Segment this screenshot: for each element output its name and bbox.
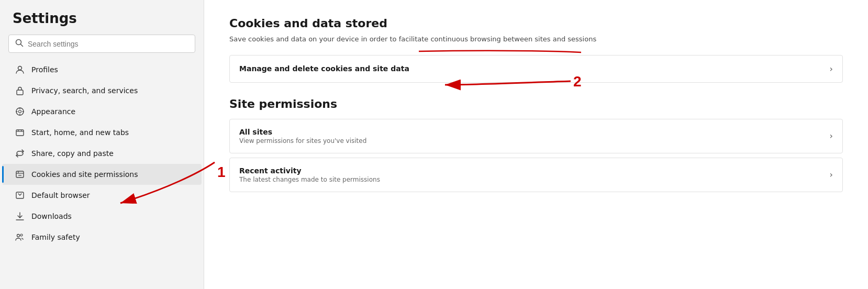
all-sites-chevron: › bbox=[830, 131, 833, 141]
manage-delete-content: Manage and delete cookies and site data bbox=[239, 64, 409, 73]
cookies-section-desc: Save cookies and data on your device in … bbox=[229, 34, 843, 45]
sidebar-item-share-copy[interactable]: Share, copy and paste bbox=[2, 143, 202, 164]
all-sites-desc: View permissions for sites you've visite… bbox=[239, 137, 366, 144]
sidebar-item-family-safety-label: Family safety bbox=[31, 233, 80, 241]
manage-delete-chevron: › bbox=[830, 64, 833, 74]
recent-activity-chevron: › bbox=[830, 170, 833, 180]
svg-point-20 bbox=[17, 235, 20, 237]
svg-rect-10 bbox=[16, 130, 24, 136]
recent-activity-title: Recent activity bbox=[239, 166, 380, 175]
recent-activity-card[interactable]: Recent activity The latest changes made … bbox=[229, 158, 843, 192]
sidebar: Settings Profiles bbox=[0, 0, 204, 289]
privacy-icon bbox=[15, 85, 25, 96]
sidebar-item-start-home[interactable]: Start, home, and new tabs bbox=[2, 122, 202, 143]
start-home-icon bbox=[15, 127, 25, 138]
family-safety-icon bbox=[15, 232, 25, 242]
all-sites-title: All sites bbox=[239, 128, 366, 136]
sidebar-item-downloads[interactable]: Downloads bbox=[2, 206, 202, 227]
profiles-icon bbox=[15, 64, 25, 75]
search-input[interactable] bbox=[28, 40, 188, 48]
svg-rect-3 bbox=[17, 90, 23, 95]
all-sites-content: All sites View permissions for sites you… bbox=[239, 128, 366, 144]
main-content: Cookies and data stored Save cookies and… bbox=[204, 0, 868, 289]
sidebar-nav: Profiles Privacy, search, and services bbox=[0, 59, 204, 248]
appearance-icon bbox=[15, 106, 25, 117]
sidebar-item-appearance-label: Appearance bbox=[31, 107, 75, 116]
site-permissions-section: Site permissions All sites View permissi… bbox=[229, 97, 843, 192]
sidebar-item-privacy[interactable]: Privacy, search, and services bbox=[2, 80, 202, 101]
sidebar-item-appearance[interactable]: Appearance bbox=[2, 101, 202, 122]
manage-delete-card[interactable]: Manage and delete cookies and site data … bbox=[229, 55, 843, 83]
sidebar-item-cookies-label: Cookies and site permissions bbox=[31, 170, 138, 179]
sidebar-item-downloads-label: Downloads bbox=[31, 212, 72, 220]
sidebar-item-privacy-label: Privacy, search, and services bbox=[31, 86, 138, 95]
svg-point-21 bbox=[20, 234, 23, 236]
recent-activity-content: Recent activity The latest changes made … bbox=[239, 166, 380, 183]
svg-point-2 bbox=[18, 66, 22, 70]
cookies-section: Cookies and data stored Save cookies and… bbox=[229, 17, 843, 83]
recent-activity-desc: The latest changes made to site permissi… bbox=[239, 176, 380, 183]
sidebar-item-cookies[interactable]: Cookies and site permissions bbox=[2, 164, 202, 185]
search-icon bbox=[15, 39, 24, 49]
sidebar-item-profiles[interactable]: Profiles bbox=[2, 59, 202, 80]
svg-rect-14 bbox=[16, 171, 24, 177]
manage-delete-title: Manage and delete cookies and site data bbox=[239, 64, 409, 73]
site-permissions-title: Site permissions bbox=[229, 97, 843, 110]
sidebar-item-start-home-label: Start, home, and new tabs bbox=[31, 128, 129, 137]
settings-title: Settings bbox=[0, 0, 204, 35]
sidebar-item-profiles-label: Profiles bbox=[31, 65, 58, 74]
cookies-icon bbox=[15, 169, 25, 180]
cookies-section-title: Cookies and data stored bbox=[229, 17, 843, 30]
svg-point-5 bbox=[19, 110, 21, 113]
default-browser-icon bbox=[15, 190, 25, 201]
sidebar-item-default-browser[interactable]: Default browser bbox=[2, 185, 202, 206]
share-copy-icon bbox=[15, 148, 25, 159]
svg-line-1 bbox=[21, 45, 23, 47]
all-sites-card[interactable]: All sites View permissions for sites you… bbox=[229, 119, 843, 153]
sidebar-item-default-browser-label: Default browser bbox=[31, 191, 90, 199]
sidebar-item-share-copy-label: Share, copy and paste bbox=[31, 149, 114, 158]
search-bar[interactable] bbox=[8, 35, 195, 53]
downloads-icon bbox=[15, 211, 25, 221]
sidebar-item-family-safety[interactable]: Family safety bbox=[2, 227, 202, 248]
